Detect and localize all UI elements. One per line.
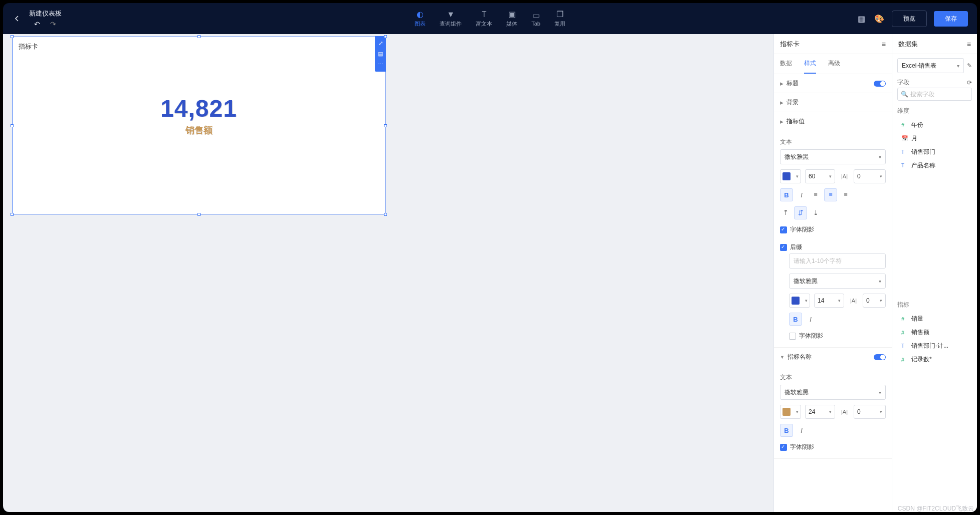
tab-icon: ▭ [532, 11, 540, 20]
field-item[interactable]: #销售额 [892, 326, 977, 339]
resize-handle[interactable] [198, 35, 201, 38]
name-letter-spacing[interactable]: 0▾ [854, 405, 886, 419]
dimensions-label: 维度 [892, 104, 977, 118]
dataset-select[interactable]: Excel-销售表▾ [897, 58, 964, 73]
kpi-value: 14,821 [13, 95, 385, 122]
suffix-italic-button[interactable]: I [805, 313, 816, 326]
suffix-font-size[interactable]: 14▾ [814, 294, 844, 308]
resize-handle[interactable] [11, 35, 14, 38]
name-shadow-checkbox[interactable]: 字体阴影 [780, 443, 886, 451]
canvas[interactable]: 指标卡 14,821 销售额 ⤢ ▤ ⋯ [3, 34, 773, 512]
kpi-card[interactable]: 指标卡 14,821 销售额 ⤢ ▤ ⋯ [12, 37, 385, 214]
refresh-icon[interactable]: ⟳ [967, 79, 972, 86]
filter-icon: ▼ [447, 10, 455, 19]
tab-advanced[interactable]: 高级 [828, 54, 840, 74]
suffix-letter-spacing[interactable]: 0▾ [863, 294, 886, 308]
name-bold-button[interactable]: B [780, 424, 793, 437]
chevron-left-icon [14, 16, 20, 22]
tab-data[interactable]: 数据 [780, 54, 792, 74]
tool-richtext[interactable]: T富文本 [469, 8, 499, 30]
align-right-button[interactable]: ≡ [840, 188, 851, 201]
name-toggle[interactable] [874, 354, 886, 360]
chart-icon: ◐ [417, 10, 424, 19]
resize-handle[interactable] [384, 124, 387, 127]
tab-style[interactable]: 样式 [804, 54, 816, 74]
text-label: 文本 [780, 138, 886, 146]
suffix-color[interactable]: ▾ [789, 294, 810, 308]
save-button[interactable]: 保存 [934, 11, 968, 27]
panel-title: 指标卡 [780, 40, 800, 49]
value-color[interactable]: ▾ [780, 169, 801, 183]
value-letter-spacing[interactable]: 0▾ [854, 169, 886, 183]
tool-tab[interactable]: ▭Tab [524, 8, 547, 30]
section-indicator-name[interactable]: ▼指标名称 [774, 348, 892, 366]
resize-handle[interactable] [198, 213, 201, 216]
title-toggle[interactable] [874, 81, 886, 87]
value-font-size[interactable]: 60▾ [805, 169, 835, 183]
section-indicator-value[interactable]: ▶指标值 [774, 112, 892, 131]
expand-icon[interactable]: ⤢ [375, 38, 386, 49]
resize-handle[interactable] [384, 213, 387, 216]
text-icon: T [482, 10, 487, 19]
suffix-font-select[interactable]: 微软雅黑▾ [789, 274, 886, 289]
suffix-checkbox[interactable]: 后缀 [780, 243, 886, 251]
resize-handle[interactable] [384, 35, 387, 38]
letter-spacing-icon: |A| [848, 294, 859, 308]
resize-handle[interactable] [11, 124, 14, 127]
field-item[interactable]: #记录数* [892, 353, 977, 366]
resize-handle[interactable] [11, 213, 14, 216]
tool-media[interactable]: ▣媒体 [499, 8, 524, 30]
field-item[interactable]: T销售部门 [892, 145, 977, 159]
image-icon: ▣ [508, 10, 516, 19]
tool-query[interactable]: ▼查询组件 [433, 8, 469, 30]
more-icon[interactable]: ⋯ [375, 59, 386, 70]
properties-panel: 指标卡 ≡ 数据 样式 高级 ▶标题 ▶背景 ▶指标值 文本 微软雅黑▾ ▾ 6… [773, 34, 892, 512]
letter-spacing-icon: |A| [839, 405, 850, 419]
section-title[interactable]: ▶标题 [774, 74, 892, 93]
card-toolbox: ⤢ ▤ ⋯ [375, 36, 386, 72]
tool-chart[interactable]: ◐图表 [408, 8, 433, 30]
letter-spacing-icon: |A| [839, 169, 850, 183]
align-left-button[interactable]: ≡ [810, 188, 821, 201]
field-item[interactable]: 📅月 [892, 132, 977, 145]
text-label: 文本 [780, 373, 886, 382]
valign-middle-button[interactable]: ⇵ [794, 206, 807, 219]
name-font-size[interactable]: 24▾ [805, 405, 835, 419]
page-title: 新建仪表板 [29, 9, 62, 18]
preview-button[interactable]: 预览 [892, 11, 927, 27]
field-item[interactable]: T产品名称 [892, 159, 977, 172]
suffix-bold-button[interactable]: B [789, 313, 802, 326]
theme-icon[interactable]: 🎨 [874, 13, 885, 24]
valign-bottom-button[interactable]: ⤓ [810, 206, 821, 219]
collapse-icon[interactable]: ≡ [882, 40, 886, 48]
undo-button[interactable]: ↶ [34, 20, 40, 28]
tool-copy[interactable]: ❐复用 [547, 8, 572, 30]
section-background[interactable]: ▶背景 [774, 93, 892, 112]
name-font-select[interactable]: 微软雅黑▾ [780, 385, 886, 400]
fields-label: 字段 [897, 78, 909, 87]
measures-label: 指标 [892, 298, 977, 312]
name-italic-button[interactable]: I [796, 424, 807, 437]
dataset-panel: 数据集 ≡ Excel-销售表▾ ✎ 字段 ⟳ 🔍 搜索字段 维度 #年份📅月T… [892, 34, 977, 512]
field-item[interactable]: T销售部门-计... [892, 339, 977, 353]
redo-button[interactable]: ↷ [50, 20, 56, 28]
field-item[interactable]: #销量 [892, 312, 977, 326]
collapse-icon[interactable]: ≡ [967, 40, 971, 48]
name-color[interactable]: ▾ [780, 405, 801, 419]
back-button[interactable] [12, 14, 22, 24]
value-shadow-checkbox[interactable]: 字体阴影 [780, 225, 886, 234]
font-select[interactable]: 微软雅黑▾ [780, 149, 886, 164]
tool-tray: ◐图表 ▼查询组件 T富文本 ▣媒体 ▭Tab ❐复用 [408, 8, 572, 30]
suffix-input[interactable] [789, 253, 886, 269]
align-center-button[interactable]: ≡ [824, 188, 837, 201]
bold-button[interactable]: B [780, 188, 793, 201]
dataset-panel-title: 数据集 [898, 40, 918, 49]
sheet-icon[interactable]: ▤ [375, 49, 386, 59]
suffix-shadow-checkbox[interactable]: 字体阴影 [789, 332, 886, 340]
layout-icon[interactable]: ▦ [856, 13, 867, 24]
field-search[interactable]: 🔍 搜索字段 [897, 88, 972, 101]
valign-top-button[interactable]: ⤒ [780, 206, 791, 219]
italic-button[interactable]: I [796, 188, 807, 201]
edit-icon[interactable]: ✎ [967, 62, 972, 69]
field-item[interactable]: #年份 [892, 118, 977, 132]
